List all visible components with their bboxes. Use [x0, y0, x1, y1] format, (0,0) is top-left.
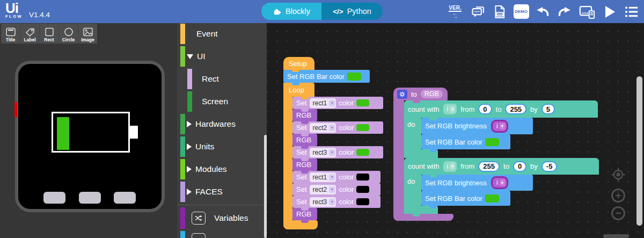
rect-dropdown[interactable]: rect1 ▾ [310, 98, 336, 108]
chevron-right-icon [187, 166, 192, 172]
toolbox-category-modules[interactable]: Modules [187, 159, 227, 179]
color-swatch[interactable] [485, 194, 499, 203]
toolbox-category-units[interactable]: Units [187, 136, 214, 157]
tool-circle[interactable]: Circle [59, 24, 78, 44]
dropdown-value: i [447, 105, 449, 113]
block-label: to [411, 90, 417, 98]
tool-image[interactable]: Image [78, 24, 97, 44]
rect-dropdown[interactable]: rect2 ▾ [310, 185, 336, 194]
function-block-bottom[interactable] [393, 214, 453, 221]
block-notch [301, 196, 309, 198]
number-input[interactable]: 0 [478, 104, 492, 114]
loop-block-column[interactable] [283, 97, 292, 221]
demo-icon: DEMO [514, 4, 529, 19]
dropdown-value: rect2 [313, 124, 327, 132]
chevron-down-icon: ▾ [500, 123, 505, 129]
tool-image-label: Image [81, 37, 94, 42]
loop-block-bottom[interactable] [283, 220, 318, 229]
rect-dropdown[interactable]: rect1 ▾ [310, 172, 336, 182]
redo-icon [557, 4, 572, 19]
color-swatch[interactable] [356, 99, 369, 106]
menu-button[interactable] [624, 4, 640, 20]
list-menu-icon [624, 5, 640, 19]
color-swatch[interactable] [356, 198, 369, 205]
var-dropdown[interactable]: i ▾ [493, 178, 507, 187]
color-swatch[interactable] [356, 149, 369, 156]
block-label: to [503, 162, 509, 170]
number-input[interactable]: 255 [505, 104, 526, 114]
color-swatch[interactable] [347, 73, 361, 81]
category-color-bar [187, 91, 192, 112]
demo-button[interactable]: DEMO [513, 4, 529, 20]
function-block-column[interactable] [393, 100, 404, 214]
tool-label[interactable]: Label [20, 24, 40, 44]
tool-rect[interactable]: Rect [40, 24, 59, 44]
category-color-bar [180, 231, 185, 238]
number-input[interactable]: 5 [541, 104, 555, 114]
block-notch [301, 208, 309, 211]
chevron-right-icon [187, 143, 192, 150]
loop-var-dropdown[interactable]: i ▾ [443, 161, 457, 172]
toolbox-category-event[interactable]: Event [196, 24, 218, 44]
device-button-c[interactable] [114, 192, 136, 204]
toolbox-category-rect[interactable]: Rect [202, 69, 219, 89]
redo-button[interactable] [556, 4, 572, 20]
circle-icon [63, 27, 74, 37]
doc-icon-label: DOC [496, 12, 503, 16]
center-view-button[interactable] [610, 167, 626, 183]
number-input[interactable]: -5 [541, 161, 558, 172]
workspace-horizontal-scrollbar[interactable] [603, 234, 629, 238]
var-dropdown[interactable]: i ▾ [493, 121, 507, 131]
chat-bubbles-icon [471, 4, 486, 19]
block-loop[interactable]: Loop [283, 83, 314, 97]
block-notch [430, 134, 437, 137]
block-set-rgb-brightness[interactable]: Set RGB brightness i ▾ [421, 118, 533, 134]
block-label: Set [296, 173, 307, 181]
color-swatch[interactable] [356, 124, 369, 131]
number-input[interactable]: 255 [478, 161, 500, 172]
tab-python[interactable]: </> Python [321, 3, 383, 20]
block-setup[interactable]: Setup [283, 57, 314, 70]
block-label: color [339, 148, 354, 156]
toolbox-category-faces[interactable]: FACES [187, 182, 223, 202]
gear-icon[interactable] [397, 90, 407, 99]
function-name-field[interactable]: RGB [421, 90, 443, 98]
toolbox-category-ui[interactable]: UI [187, 46, 206, 67]
category-label: Variables [214, 213, 248, 223]
loop-var-dropdown[interactable]: i ▾ [443, 104, 457, 114]
block-label: Set RGB brightness [425, 179, 487, 187]
rect-dropdown[interactable]: rect3 ▾ [310, 148, 336, 157]
functions-icon-box[interactable] [192, 233, 206, 238]
device-button-b[interactable] [79, 192, 101, 204]
undo-button[interactable] [535, 4, 551, 20]
block-function-rgb[interactable]: to RGB [393, 88, 448, 100]
color-swatch[interactable] [485, 138, 499, 146]
block-count-with-2[interactable]: count with i ▾ from 255 to 0 by -5 [404, 158, 599, 175]
device-button-a[interactable] [43, 192, 65, 204]
toolbox-category-hardwares[interactable]: Hardwares [187, 114, 236, 134]
zoom-in-button[interactable]: + [611, 189, 625, 203]
tab-blockly[interactable]: Blockly [261, 3, 321, 20]
version-switch-button[interactable]: VER. ← → [445, 4, 465, 20]
toolbox-category-variables[interactable]: Variables [192, 207, 248, 229]
block-count-with-1[interactable]: count with i ▾ from 0 to 255 by 5 [404, 100, 598, 118]
documentation-button[interactable]: DOC [492, 4, 508, 20]
block-set-rgb-brightness[interactable]: Set RGB brightness i ▾ [421, 175, 533, 191]
block-notch [430, 149, 437, 152]
device-connect-button[interactable] [577, 4, 597, 20]
color-swatch[interactable] [356, 174, 369, 181]
workspace-vertical-scrollbar[interactable] [636, 76, 642, 226]
device-led-strip [14, 102, 17, 117]
number-input[interactable]: 0 [513, 161, 526, 172]
tool-title[interactable]: Title [1, 24, 20, 44]
color-swatch[interactable] [356, 186, 369, 193]
zoom-out-button[interactable]: − [611, 206, 625, 220]
tab-python-label: Python [347, 7, 371, 16]
toolbox-category-screen[interactable]: Screen [202, 91, 228, 112]
block-label: Set [296, 99, 307, 107]
rect-dropdown[interactable]: rect2 ▾ [310, 123, 336, 133]
block-label: count with [408, 162, 440, 170]
run-button[interactable] [602, 4, 618, 20]
feedback-button[interactable] [470, 4, 486, 20]
rect-dropdown[interactable]: rect3 ▾ [310, 197, 336, 207]
